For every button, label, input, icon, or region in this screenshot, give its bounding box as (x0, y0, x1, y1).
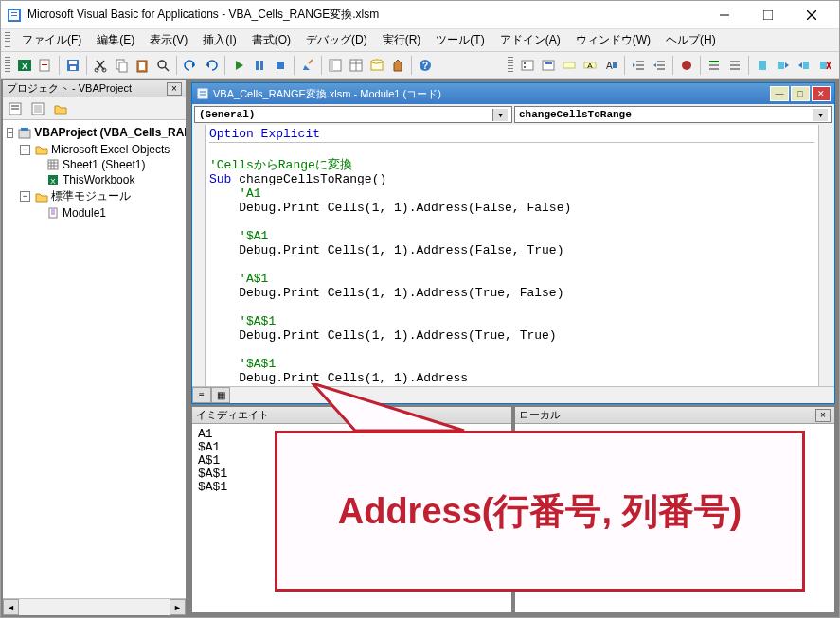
find-icon[interactable] (152, 55, 173, 76)
svg-rect-12 (42, 64, 47, 65)
parameter-info-icon[interactable]: A (580, 55, 600, 76)
object-browser-icon[interactable] (366, 55, 387, 76)
menubar-grip[interactable] (5, 32, 10, 49)
reset-icon[interactable] (270, 55, 291, 76)
complete-word-icon[interactable]: A (600, 55, 621, 76)
menu-format[interactable]: 書式(O) (244, 29, 298, 51)
close-button[interactable] (790, 2, 833, 28)
procedure-dropdown[interactable]: changeCellsToRange ▾ (514, 106, 832, 123)
folder-icon (35, 143, 48, 156)
design-mode-icon[interactable] (297, 55, 318, 76)
code-margin[interactable] (192, 125, 206, 386)
scroll-right-icon[interactable]: ► (170, 599, 186, 615)
menu-insert[interactable]: 挿入(I) (195, 29, 243, 51)
copy-icon[interactable] (111, 55, 132, 76)
menu-run[interactable]: 実行(R) (375, 29, 429, 51)
view-code-icon[interactable] (5, 98, 26, 119)
svg-rect-3 (11, 15, 17, 16)
svg-rect-15 (70, 66, 76, 70)
project-hscrollbar[interactable]: ◄ ► (3, 598, 186, 615)
project-explorer-close-icon[interactable]: × (167, 82, 182, 96)
object-dropdown[interactable]: (General) ▾ (194, 106, 512, 123)
svg-text:X: X (50, 177, 56, 185)
comment-block-icon[interactable] (704, 55, 724, 76)
run-icon[interactable] (228, 55, 249, 76)
scroll-track[interactable] (19, 599, 170, 615)
menu-edit[interactable]: 編集(E) (89, 29, 142, 51)
procedure-view-icon[interactable]: ≡ (192, 387, 211, 403)
immediate-window-titlebar[interactable]: イミディエイト (192, 407, 511, 424)
toolbox-icon[interactable] (387, 55, 408, 76)
outdent-icon[interactable] (649, 55, 670, 76)
indent-icon[interactable] (628, 55, 649, 76)
svg-rect-70 (34, 105, 42, 113)
menu-addins[interactable]: アドイン(A) (492, 29, 568, 51)
view-object-icon[interactable] (27, 98, 48, 119)
locals-window-body[interactable] (515, 424, 834, 612)
cut-icon[interactable] (90, 55, 111, 76)
menu-view[interactable]: 表示(V) (142, 29, 195, 51)
properties-window-icon[interactable] (346, 55, 366, 76)
svg-rect-72 (21, 128, 28, 131)
next-bookmark-icon[interactable] (773, 55, 794, 76)
tree-module1[interactable]: Module1 (7, 205, 182, 221)
scroll-left-icon[interactable]: ◄ (3, 599, 19, 615)
code-hscrollbar[interactable] (230, 387, 834, 403)
toggle-bookmark-icon[interactable] (752, 55, 773, 76)
undo-icon[interactable] (180, 55, 201, 76)
prev-bookmark-icon[interactable] (794, 55, 814, 76)
view-excel-icon[interactable]: X (14, 55, 35, 76)
quick-info-icon[interactable] (559, 55, 580, 76)
edit-toolbar-grip[interactable] (508, 57, 513, 74)
menu-help[interactable]: ヘルプ(H) (658, 29, 724, 51)
insert-module-icon[interactable] (35, 55, 56, 76)
project-explorer-panel: プロジェクト - VBAProject × − VBAProject (VBA_… (2, 79, 187, 616)
project-explorer-title: プロジェクト - VBAProject (7, 81, 167, 96)
tree-thisworkbook[interactable]: X ThisWorkbook (7, 172, 182, 187)
full-module-view-icon[interactable]: ▦ (211, 387, 230, 403)
tree-modules[interactable]: − 標準モジュール (7, 187, 182, 205)
clear-bookmarks-icon[interactable] (814, 55, 835, 76)
code-editor[interactable]: Option Explicit 'CellsからRangeに変換 Sub cha… (206, 125, 818, 386)
chevron-down-icon: ▾ (492, 109, 508, 121)
list-constants-icon[interactable] (538, 55, 559, 76)
project-explorer-toolbar (3, 97, 186, 120)
immediate-window-body[interactable]: A1 $A1 A$1 $A$1 $A$1 (192, 424, 511, 612)
menu-tools[interactable]: ツール(T) (428, 29, 491, 51)
svg-rect-24 (256, 61, 259, 70)
list-properties-icon[interactable] (517, 55, 538, 76)
toggle-breakpoint-icon[interactable] (676, 55, 697, 76)
redo-icon[interactable] (201, 55, 222, 76)
help-icon[interactable]: ? (415, 55, 436, 76)
menu-file[interactable]: ファイル(F) (14, 29, 89, 51)
save-icon[interactable] (63, 55, 83, 76)
project-explorer-titlebar[interactable]: プロジェクト - VBAProject × (3, 80, 186, 97)
code-window-minimize-icon[interactable]: — (770, 86, 789, 101)
code-vscrollbar[interactable] (818, 125, 834, 386)
code-window-close-icon[interactable]: ✕ (812, 86, 831, 101)
toolbar-grip[interactable] (5, 57, 10, 74)
svg-line-27 (309, 60, 313, 63)
project-tree[interactable]: − VBAProject (VBA_Cells_RANGE変換.xlsm) − … (3, 120, 186, 598)
tree-root[interactable]: − VBAProject (VBA_Cells_RANGE変換.xlsm) (7, 124, 182, 142)
svg-rect-46 (613, 62, 617, 68)
svg-rect-14 (69, 61, 77, 64)
code-window-maximize-icon[interactable]: □ (791, 86, 810, 101)
break-icon[interactable] (249, 55, 270, 76)
maximize-button[interactable] (746, 2, 790, 28)
menu-window[interactable]: ウィンドウ(W) (568, 29, 658, 51)
locals-window-close-icon[interactable]: × (815, 409, 831, 422)
svg-text:A: A (606, 61, 613, 71)
tree-sheet1[interactable]: Sheet1 (Sheet1) (7, 157, 182, 172)
code-window-titlebar[interactable]: VBA_Cells_RANGE変換.xlsm - Module1 (コード) —… (192, 83, 834, 104)
locals-window-titlebar[interactable]: ローカル × (515, 407, 834, 424)
project-explorer-icon[interactable] (325, 55, 346, 76)
uncomment-block-icon[interactable] (724, 55, 745, 76)
locals-window-title: ローカル (519, 408, 815, 422)
toggle-folders-icon[interactable] (50, 98, 71, 119)
tree-excel-objects[interactable]: − Microsoft Excel Objects (7, 142, 182, 157)
paste-icon[interactable] (132, 55, 152, 76)
vbaproject-icon (18, 127, 31, 140)
minimize-button[interactable] (703, 2, 746, 28)
menu-debug[interactable]: デバッグ(D) (298, 29, 375, 51)
